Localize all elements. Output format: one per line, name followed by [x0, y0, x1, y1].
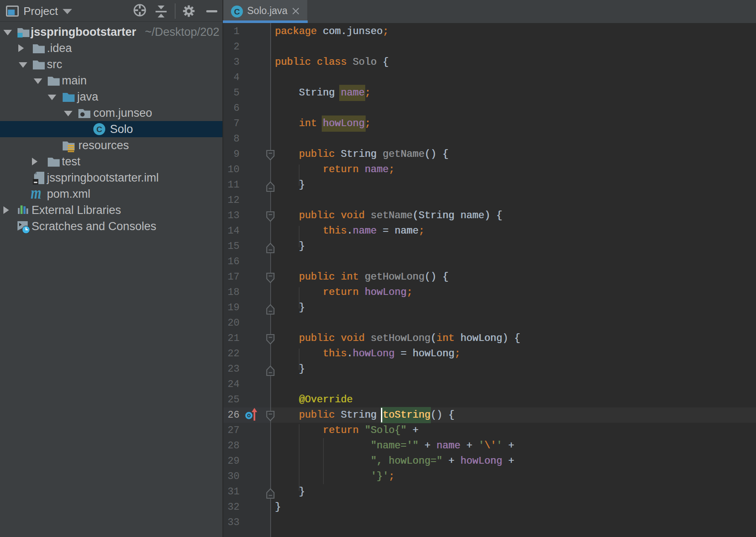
svg-text:C: C — [234, 7, 240, 16]
svg-text:C: C — [96, 125, 102, 134]
